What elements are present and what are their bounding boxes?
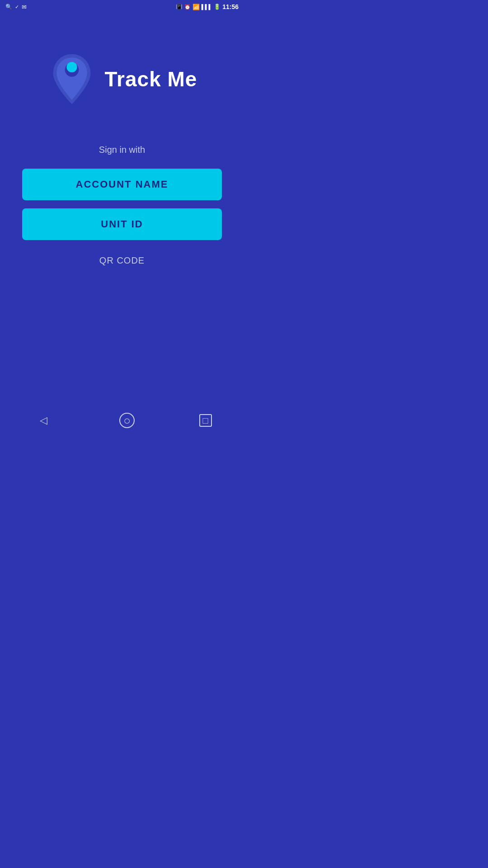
sign-in-label: Sign in with	[99, 145, 145, 155]
app-title: Track Me	[105, 67, 197, 91]
qr-code-label[interactable]: QR CODE	[99, 255, 145, 266]
status-icons-right: 📳 ⏰ 📶 ▌▌▌ 🔋 11:56	[176, 3, 239, 10]
svg-point-1	[66, 62, 77, 72]
recent-apps-button[interactable]: □	[199, 414, 212, 427]
search-icon: 🔍	[5, 4, 12, 10]
app-logo-icon	[47, 50, 97, 108]
bottom-nav: ◁ ○ □	[0, 407, 244, 434]
home-button[interactable]: ○	[119, 413, 135, 428]
status-icons-left: 🔍 ✓ ✉	[5, 4, 27, 10]
alarm-icon: ⏰	[184, 4, 191, 10]
vibrate-icon: 📳	[176, 4, 183, 10]
account-name-button[interactable]: ACCOUNT NAME	[22, 169, 222, 200]
back-button[interactable]: ◁	[32, 409, 55, 432]
logo-section: Track Me	[47, 50, 197, 108]
signal-icon: ▌▌▌	[202, 4, 212, 9]
clock-time: 11:56	[222, 3, 239, 10]
signin-section: Sign in with ACCOUNT NAME UNIT ID QR COD…	[0, 145, 244, 266]
battery-icon: 🔋	[214, 4, 221, 10]
unit-id-button[interactable]: UNIT ID	[22, 208, 222, 240]
check-icon: ✓	[15, 4, 19, 10]
wifi-icon: 📶	[192, 4, 200, 10]
mail-icon: ✉	[22, 4, 27, 10]
status-bar: 🔍 ✓ ✉ 📳 ⏰ 📶 ▌▌▌ 🔋 11:56	[0, 0, 244, 14]
